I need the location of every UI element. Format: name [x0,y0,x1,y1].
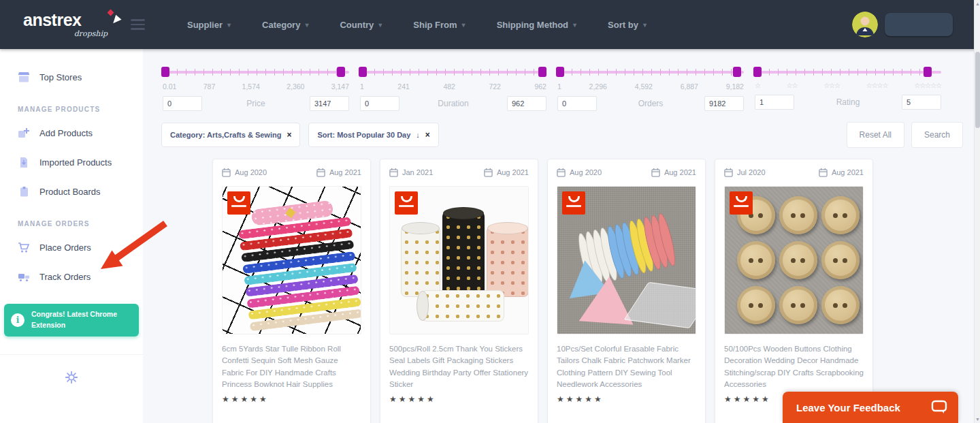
orders-min-input[interactable] [557,96,597,111]
rating-slider-handle-max[interactable] [924,67,932,77]
main-content: 0.01 787 1,574 2,360 3,147 Price 1 24 [143,49,974,423]
track-orders-icon [18,271,30,283]
product-photo[interactable] [724,186,864,334]
product-photo[interactable] [557,186,696,334]
product-title[interactable]: 6cm 5Yards Star Tulle Ribbon Roll Confet… [222,343,361,390]
product-rating: ★★★★★ [557,394,696,404]
product-card[interactable]: Jul 2020 Aug 2021 [715,159,873,423]
sidebar-item-track-orders[interactable]: Track Orders [0,262,143,292]
reset-all-button[interactable]: Reset All [847,122,904,148]
brand-tagline: dropship [23,29,110,38]
menu-ship-from[interactable]: Ship From ▾ [413,20,465,30]
filter-chip-sort[interactable]: Sort: Most Popular 30 Day ↓ × [308,123,438,147]
active-filters-row: Category: Arts,Crafts & Sewing × Sort: M… [161,122,974,148]
scrollbar-thumb[interactable] [975,52,980,128]
info-icon: i [11,313,24,327]
price-min-input[interactable] [163,96,202,111]
menu-supplier[interactable]: Supplier ▾ [187,20,231,30]
remove-filter-icon[interactable]: × [287,130,291,140]
sidebar-item-product-boards[interactable]: Product Boards [0,177,143,206]
account-button[interactable] [885,13,953,36]
duration-label: Duration [438,99,468,108]
first-seen-date: Jul 2020 [724,168,766,177]
orders-slider-track[interactable] [556,67,745,78]
sort-direction-icon[interactable]: ↓ [416,131,420,139]
remove-filter-icon[interactable]: × [425,130,430,140]
rating-slider: ☆ ☆☆ ☆☆☆ ☆☆☆☆ ☆☆☆☆☆ Rating [753,67,943,111]
menu-shipping-method[interactable]: Shipping Method ▾ [497,20,576,30]
rating-tick-5-star: ☆☆☆☆☆ [914,82,941,89]
sidebar-item-top-stores[interactable]: Top Stores [0,63,143,92]
brand-logo[interactable]: anstrex dropship [23,12,110,38]
product-boards-icon [18,186,30,198]
product-card[interactable]: Aug 2020 Aug 2021 [212,159,371,423]
chat-bubble-icon [931,400,947,415]
duration-slider-handle-min[interactable] [359,67,367,77]
gear-icon [64,370,79,385]
price-label: Price [246,99,265,108]
rating-slider-track[interactable] [753,67,943,78]
scrollbar-down-arrow[interactable]: ▼ [975,417,980,422]
sidebar-item-add-products[interactable]: Add Products [0,119,143,148]
duration-slider-track[interactable] [359,67,548,78]
product-title[interactable]: 500pcs/Roll 2.5cm Thank You Stickers Sea… [389,343,529,390]
scrollbar[interactable]: ▲ ▼ [974,0,980,423]
filter-chip-category[interactable]: Category: Arts,Crafts & Sewing × [161,123,300,147]
calendar-icon [484,168,493,177]
product-card[interactable]: Aug 2020 Aug 2021 [547,159,706,423]
cart-icon [18,242,30,253]
first-seen-date: Aug 2020 [557,168,602,177]
orders-label: Orders [638,99,664,108]
feedback-button[interactable]: Leave Your Feedback [783,392,958,423]
calendar-icon [557,168,566,177]
orders-max-input[interactable] [704,96,744,111]
sidebar-item-place-orders[interactable]: Place Orders [0,233,143,262]
sticker-roll [401,226,440,297]
rating-slider-handle-min[interactable] [753,67,762,77]
product-title[interactable]: 50/100Pcs Wooden Buttons Clothing Decora… [724,343,864,390]
product-photo[interactable] [222,186,361,334]
rating-label: Rating [836,97,860,107]
chevron-down-icon: ▾ [643,21,647,29]
last-seen-date: Aug 2021 [484,168,529,177]
duration-max-input[interactable] [507,96,546,111]
duration-slider-handle-max[interactable] [538,67,546,77]
product-title[interactable]: 10Pcs/Set Colorful Erasable Fabric Tailo… [557,343,696,390]
product-card[interactable]: Jan 2021 Aug 2021 500pcs/Roll 2.5cm Than… [380,159,538,423]
price-slider-track[interactable] [161,67,350,78]
main-menu: Supplier ▾ Category ▾ Country ▾ Ship Fro… [187,20,647,30]
rating-min-input[interactable] [755,95,794,110]
scrollbar-up-arrow[interactable]: ▲ [975,1,980,6]
calendar-icon [819,168,828,177]
last-seen-date: Aug 2021 [316,168,361,177]
notification-text: Congrats! Latest Chrome Extension [31,309,132,331]
settings-button[interactable] [0,354,143,388]
menu-sort-by[interactable]: Sort by ▾ [608,20,647,30]
price-slider-handle-min[interactable] [161,67,169,77]
search-button[interactable]: Search [911,122,963,148]
logo-cursor-icon [113,14,122,25]
menu-country[interactable]: Country ▾ [340,20,382,30]
price-slider-handle-max[interactable] [337,67,345,77]
price-max-input[interactable] [310,96,349,111]
menu-category[interactable]: Category ▾ [262,20,308,30]
sidebar-item-imported-products[interactable]: Imported Products [0,148,143,177]
product-rating: ★★★★★ [389,394,529,404]
orders-slider-handle-max[interactable] [733,67,741,77]
menu-toggle-icon[interactable] [131,16,145,33]
top-navigation-bar: anstrex dropship Supplier ▾ Category ▾ C… [0,0,980,49]
orders-slider-handle-min[interactable] [556,67,564,77]
chevron-down-icon: ▾ [378,21,382,29]
user-avatar[interactable] [852,12,878,37]
rating-max-input[interactable] [902,95,941,110]
sidebar: Top Stores MANAGE PRODUCTS Add Products … [0,49,143,423]
chevron-down-icon: ▾ [573,21,576,29]
calendar-icon [316,168,325,177]
duration-slider: 1 241 482 722 962 Duration [359,67,548,111]
rating-tick-3-star: ☆☆☆ [823,82,840,89]
product-photo[interactable] [389,186,529,334]
chevron-down-icon: ▾ [462,21,466,29]
duration-min-input[interactable] [360,96,399,111]
chrome-extension-notification[interactable]: i Congrats! Latest Chrome Extension [4,304,139,336]
orders-slider: 1 2,296 4,592 6,887 9,182 Orders [556,67,745,111]
